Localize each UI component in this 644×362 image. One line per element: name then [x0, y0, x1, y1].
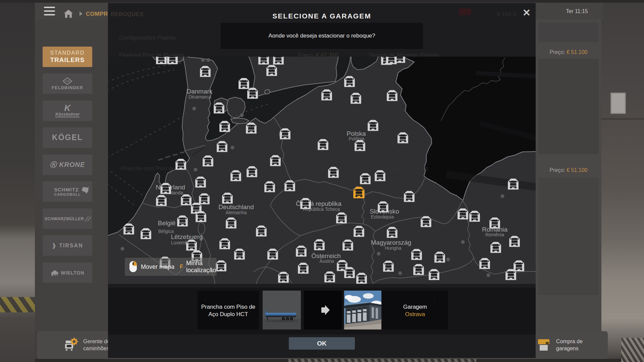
svg-text:Dinamarca: Dinamarca: [189, 94, 211, 100]
svg-text:Áustria: Áustria: [319, 258, 334, 264]
svg-text:Eslováquia: Eslováquia: [371, 214, 394, 220]
svg-text:Deutschland: Deutschland: [218, 203, 254, 210]
svg-text:Hungria: Hungria: [385, 245, 401, 251]
svg-text:België: België: [158, 220, 176, 227]
svg-text:Romênia: Romênia: [485, 232, 504, 237]
svg-text:Danmark: Danmark: [186, 88, 213, 95]
svg-text:Magyarország: Magyarország: [371, 239, 411, 246]
svg-text:Lëtzebuerg: Lëtzebuerg: [171, 233, 203, 240]
svg-text:FFB: FFB: [65, 80, 70, 82]
svg-text:Alemanha: Alemanha: [225, 210, 247, 215]
